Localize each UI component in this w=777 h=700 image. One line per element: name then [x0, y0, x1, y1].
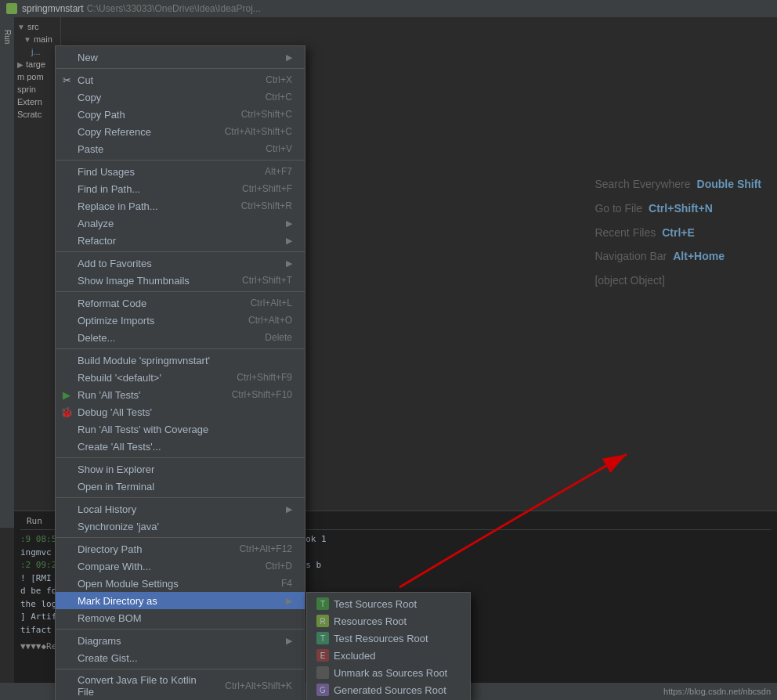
menu-label-add-favorites: Add to Favorites: [78, 258, 281, 269]
tree-item-scratch[interactable]: Scratc: [14, 108, 60, 121]
menu-shortcut-compare-with: Ctrl+D: [266, 561, 292, 572]
menu-label-show-explorer: Show in Explorer: [78, 464, 292, 475]
run-icon: ▶: [60, 388, 73, 401]
hint-go-to-file: Go to File Ctrl+Shift+N: [594, 197, 761, 221]
menu-item-copy[interactable]: Copy Ctrl+C: [56, 88, 305, 106]
menu-label-synchronize: Synchronize 'java': [78, 521, 292, 532]
hint-key-goto: Ctrl+Shift+N: [649, 197, 713, 221]
hint-label-goto: Go to File: [594, 197, 642, 221]
menu-item-rebuild[interactable]: Rebuild '<default>' Ctrl+Shift+F9: [56, 369, 305, 386]
menu-sep-7: [56, 497, 305, 498]
excluded-icon: E: [316, 649, 329, 662]
menu-item-reformat[interactable]: Reformat Code Ctrl+Alt+L: [56, 294, 305, 312]
menu-arrow-refactor: ▶: [286, 236, 292, 246]
menu-item-compare-with[interactable]: Compare With... Ctrl+D: [56, 557, 305, 575]
submenu-label-resources: Resources Root: [334, 615, 407, 627]
menu-item-run-tests[interactable]: ▶ Run 'All Tests' Ctrl+Shift+F10: [56, 386, 305, 403]
menu-label-mark-directory: Mark Directory as: [78, 595, 281, 607]
tree-arrow-target: ▶: [17, 60, 23, 69]
menu-item-build-module[interactable]: Build Module 'springmvnstart': [56, 352, 305, 369]
submenu-item-excluded[interactable]: E Excluded: [307, 647, 470, 664]
context-menu: New ▶ ✂ Cut Ctrl+X Copy Ctrl+C Copy Path…: [55, 45, 305, 700]
menu-item-copy-path[interactable]: Copy Path Ctrl+Shift+C: [56, 106, 305, 123]
menu-label-cut: Cut: [78, 74, 250, 86]
menu-label-diagrams: Diagrams: [78, 635, 281, 647]
submenu-item-generated[interactable]: G Generated Sources Root: [307, 681, 470, 698]
menu-item-show-image[interactable]: Show Image Thumbnails Ctrl+Shift+T: [56, 272, 305, 289]
menu-item-dir-path[interactable]: Directory Path Ctrl+Alt+F12: [56, 540, 305, 557]
test-sources-icon: T: [316, 597, 329, 610]
menu-item-open-terminal[interactable]: Open in Terminal: [56, 478, 305, 495]
menu-shortcut-copy-ref: Ctrl+Alt+Shift+C: [225, 126, 292, 137]
menu-item-replace-path[interactable]: Replace in Path... Ctrl+Shift+R: [56, 197, 305, 215]
menu-item-show-explorer[interactable]: Show in Explorer: [56, 460, 305, 478]
menu-item-convert-java[interactable]: Convert Java File to Kotlin File Ctrl+Al…: [56, 672, 305, 700]
menu-label-open-module: Open Module Settings: [78, 578, 266, 590]
tree-item-main[interactable]: ▼ main: [14, 33, 60, 45]
menu-label-find-path: Find in Path...: [78, 183, 226, 195]
tree-item-pom[interactable]: m pom: [14, 70, 60, 83]
menu-label-compare-with: Compare With...: [78, 561, 250, 572]
menu-arrow-favorites: ▶: [286, 258, 292, 269]
debug-icon: 🐞: [60, 406, 73, 418]
tree-item-external[interactable]: Extern: [14, 96, 60, 108]
submenu-item-test-resources[interactable]: T Test Resources Root: [307, 630, 470, 647]
menu-item-find-usages[interactable]: Find Usages Alt+F7: [56, 163, 305, 180]
test-resources-icon: T: [316, 632, 329, 644]
menu-shortcut-copy-path: Ctrl+Shift+C: [241, 109, 292, 120]
menu-item-diagrams[interactable]: Diagrams ▶: [56, 632, 305, 649]
generated-icon: G: [316, 684, 329, 696]
menu-item-find-path[interactable]: Find in Path... Ctrl+Shift+F: [56, 180, 305, 197]
menu-label-find-usages: Find Usages: [78, 166, 249, 178]
menu-item-remove-bom[interactable]: Remove BOM: [56, 609, 305, 626]
menu-item-mark-directory[interactable]: Mark Directory as ▶ T Test Sources Root …: [56, 592, 305, 609]
tree-item-src[interactable]: ▼ src: [14, 20, 60, 33]
menu-item-create-gist[interactable]: Create Gist...: [56, 649, 305, 666]
menu-label-replace-path: Replace in Path...: [78, 200, 226, 212]
hint-label-nav: Navigation Bar: [594, 244, 667, 269]
tree-label-target: targe: [26, 60, 45, 69]
submenu-item-unmark[interactable]: Unmark as Sources Root: [307, 664, 470, 681]
menu-label-new: New: [78, 52, 281, 63]
menu-sep-1: [56, 68, 305, 69]
tree-label-java: j...: [31, 47, 41, 56]
menu-item-refactor[interactable]: Refactor ▶: [56, 232, 305, 249]
menu-item-new[interactable]: New ▶: [56, 49, 305, 66]
hint-drop-files: [object Object]: [594, 269, 761, 293]
tree-item-spring[interactable]: sprin: [14, 83, 60, 96]
menu-shortcut-replace-path: Ctrl+Shift+R: [241, 200, 292, 211]
submenu-item-resources[interactable]: R Resources Root: [307, 612, 470, 630]
menu-item-optimize[interactable]: Optimize Imports Ctrl+Alt+O: [56, 312, 305, 329]
tree-item-java[interactable]: j...: [14, 45, 60, 58]
menu-item-delete[interactable]: Delete... Delete: [56, 329, 305, 346]
menu-arrow-new: ▶: [286, 52, 292, 63]
menu-label-refactor: Refactor: [78, 235, 281, 247]
menu-label-reformat: Reformat Code: [78, 298, 235, 309]
menu-item-cut[interactable]: ✂ Cut Ctrl+X: [56, 71, 305, 88]
menu-item-analyze[interactable]: Analyze ▶: [56, 215, 305, 232]
menu-item-add-favorites[interactable]: Add to Favorites ▶: [56, 254, 305, 272]
hint-recent-files: Recent Files Ctrl+E: [594, 221, 761, 245]
menu-sep-10: [56, 669, 305, 669]
tree-label-src: src: [27, 22, 39, 31]
menu-label-run-coverage: Run 'All Tests' with Coverage: [78, 424, 292, 435]
tree-label-pom: m pom: [17, 72, 44, 81]
menu-item-synchronize[interactable]: Synchronize 'java': [56, 518, 305, 535]
menu-label-convert-java: Convert Java File to Kotlin File: [78, 674, 209, 698]
tree-item-target[interactable]: ▶ targe: [14, 58, 60, 70]
submenu-label-unmark: Unmark as Sources Root: [334, 667, 447, 679]
menu-item-create-tests[interactable]: Create 'All Tests'...: [56, 438, 305, 455]
menu-item-copy-ref[interactable]: Copy Reference Ctrl+Alt+Shift+C: [56, 123, 305, 140]
title-project-name: springmvnstart: [22, 3, 84, 14]
menu-item-open-module[interactable]: Open Module Settings F4: [56, 575, 305, 592]
hint-label-search: Search Everywhere: [594, 172, 690, 197]
tab-run[interactable]: Run: [20, 514, 49, 528]
menu-item-run-coverage[interactable]: Run 'All Tests' with Coverage: [56, 420, 305, 438]
menu-item-paste[interactable]: Paste Ctrl+V: [56, 140, 305, 157]
menu-item-local-history[interactable]: Local History ▶: [56, 500, 305, 518]
submenu-item-test-sources[interactable]: T Test Sources Root: [307, 595, 470, 612]
tree-label-main: main: [34, 34, 52, 44]
hint-search-everywhere: Search Everywhere Double Shift: [594, 172, 761, 197]
menu-shortcut-optimize: Ctrl+Alt+O: [248, 315, 292, 326]
menu-item-debug-tests[interactable]: 🐞 Debug 'All Tests': [56, 403, 305, 420]
